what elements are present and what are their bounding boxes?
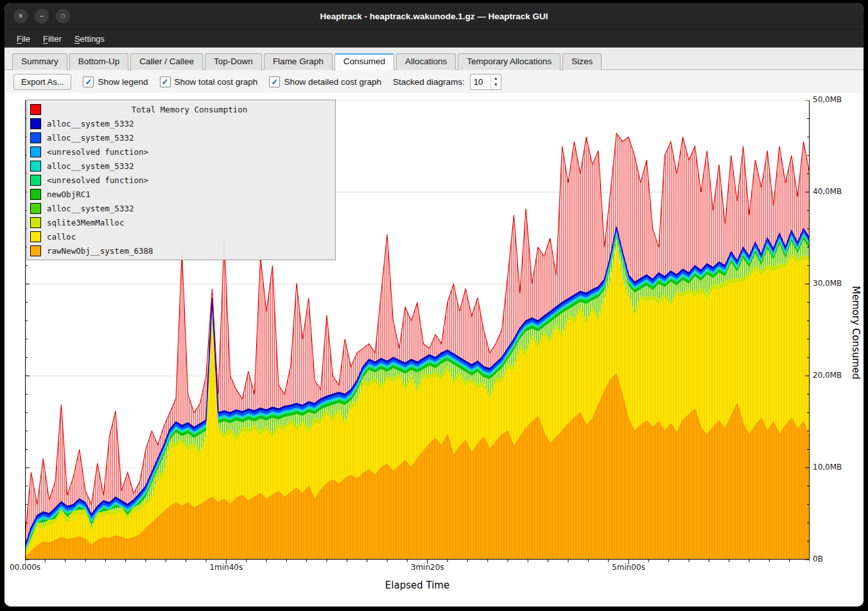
toolbar-checkboxes: ✓Show legend✓Show total cost graph✓Show … xyxy=(83,76,381,87)
legend-swatch xyxy=(30,203,41,214)
checkbox-box-icon[interactable]: ✓ xyxy=(160,76,171,87)
legend-entry: sqlite3MemMalloc xyxy=(30,215,332,229)
y-tick-label: 30,0MB xyxy=(813,279,842,288)
legend-entry-label: alloc__system_5332 xyxy=(47,204,134,213)
export-as-button[interactable]: Export As... xyxy=(13,74,71,90)
legend-entry-label: <unresolved function> xyxy=(47,175,148,185)
menubar: FileFilterSettings xyxy=(4,29,864,48)
tab-bottom-up[interactable]: Bottom-Up xyxy=(69,53,129,70)
maximize-icon: □ xyxy=(61,13,64,19)
x-axis-title: Elapsed Time xyxy=(25,580,810,591)
legend-swatch xyxy=(30,175,41,186)
chart-canvas: Total Memory Consumption alloc__system_5… xyxy=(4,93,864,607)
legend-entries: alloc__system_5332alloc__system_5332<unr… xyxy=(30,116,332,258)
y-tick-label: 40,0MB xyxy=(813,187,842,196)
y-tick-label: 20,0MB xyxy=(813,371,842,380)
legend-entry-label: <unresolved function> xyxy=(47,147,148,157)
legend-entry: rawNewObj__system_6388 xyxy=(30,244,332,258)
stacked-diagrams-spinbox[interactable]: ▲ ▼ xyxy=(470,74,501,90)
checkbox-box-icon[interactable]: ✓ xyxy=(83,76,94,87)
tab-allocations[interactable]: Allocations xyxy=(396,53,456,70)
legend-swatch xyxy=(30,118,41,129)
legend-entry-label: alloc__system_5332 xyxy=(47,161,134,171)
close-button[interactable]: × xyxy=(13,9,28,23)
legend-entry-label: newObjRC1 xyxy=(47,190,91,199)
legend-entry-label: rawNewObj__system_6388 xyxy=(47,246,153,256)
tab-caller-callee[interactable]: Caller / Callee xyxy=(130,53,203,70)
legend-entry: alloc__system_5332 xyxy=(30,159,332,173)
legend-swatch xyxy=(30,189,41,200)
tab-sizes[interactable]: Sizes xyxy=(562,53,602,70)
legend-swatch xyxy=(30,231,41,242)
maximize-button[interactable]: □ xyxy=(56,9,70,23)
spin-down-icon[interactable]: ▼ xyxy=(491,82,501,88)
checkbox-label: Show total cost graph xyxy=(175,77,258,87)
minimize-button[interactable]: − xyxy=(35,9,49,23)
legend-title-row: Total Memory Consumption xyxy=(30,102,332,116)
checkbox-show-total-cost-graph[interactable]: ✓Show total cost graph xyxy=(160,76,258,87)
checkbox-label: Show detailed cost graph xyxy=(284,77,381,87)
close-icon: × xyxy=(18,12,22,20)
stacked-diagrams-label: Stacked diagrams: xyxy=(393,77,465,87)
legend-swatch xyxy=(30,245,41,256)
tabbar: SummaryBottom-UpCaller / CalleeTop-DownF… xyxy=(4,48,864,70)
checkbox-show-detailed-cost-graph[interactable]: ✓Show detailed cost graph xyxy=(269,76,381,87)
checkbox-show-legend[interactable]: ✓Show legend xyxy=(83,76,148,87)
legend-title: Total Memory Consumption xyxy=(47,105,332,114)
tab-top-down[interactable]: Top-Down xyxy=(205,53,262,70)
checkbox-box-icon[interactable]: ✓ xyxy=(269,76,280,87)
titlebar[interactable]: × − □ Heaptrack - heaptrack.wakunode.1.g… xyxy=(4,3,864,29)
legend-entry-label: alloc__system_5332 xyxy=(47,133,134,143)
legend-entry-label: calloc xyxy=(47,232,76,242)
legend-entry: <unresolved function> xyxy=(30,173,332,187)
y-axis-title: Memory Consumed xyxy=(850,286,862,380)
menu-item-file[interactable]: File xyxy=(11,31,36,46)
checkbox-label: Show legend xyxy=(98,77,148,87)
stacked-diagrams-group: Stacked diagrams: ▲ ▼ xyxy=(393,74,501,90)
legend-swatch xyxy=(30,146,41,157)
menu-item-settings[interactable]: Settings xyxy=(69,31,110,46)
tab-consumed[interactable]: Consumed xyxy=(334,53,394,70)
stacked-diagrams-input[interactable] xyxy=(471,75,490,89)
legend-entry: <unresolved function> xyxy=(30,145,332,159)
screen: { "window": { "title": "Heaptrack - heap… xyxy=(0,0,868,611)
legend-entry: calloc xyxy=(30,229,332,244)
legend-swatch xyxy=(30,217,41,228)
spinbox-arrows: ▲ ▼ xyxy=(490,75,501,89)
window-controls: × − □ xyxy=(13,3,70,29)
legend-entry: alloc__system_5332 xyxy=(30,201,332,215)
minimize-icon: − xyxy=(39,12,44,20)
legend-entry: alloc__system_5332 xyxy=(30,116,332,130)
legend-entry: alloc__system_5332 xyxy=(30,130,332,145)
x-tick-label: 00.000s xyxy=(10,563,40,572)
app-window: × − □ Heaptrack - heaptrack.wakunode.1.g… xyxy=(4,3,864,607)
chart-legend: Total Memory Consumption alloc__system_5… xyxy=(26,100,336,260)
toolbar: Export As... ✓Show legend✓Show total cos… xyxy=(4,70,864,93)
x-tick-label: 5min00s xyxy=(612,563,645,572)
x-tick-label: 3min20s xyxy=(411,563,444,572)
legend-entry-label: alloc__system_5332 xyxy=(47,119,134,128)
spin-up-icon[interactable]: ▲ xyxy=(491,75,501,82)
x-tick-label: 1min40s xyxy=(209,563,243,572)
tab-temporary-allocations[interactable]: Temporary Allocations xyxy=(458,53,560,70)
y-tick-label: 50,0MB xyxy=(813,95,842,104)
y-tick-label: 10,0MB xyxy=(813,463,842,472)
tab-flame-graph[interactable]: Flame Graph xyxy=(264,53,333,70)
menu-item-filter[interactable]: Filter xyxy=(37,31,67,46)
window-title: Heaptrack - heaptrack.wakunode.1.gz — He… xyxy=(4,12,864,21)
legend-swatch xyxy=(30,132,41,143)
legend-title-swatch xyxy=(30,104,41,115)
legend-swatch xyxy=(30,161,41,172)
y-tick-label: 0B xyxy=(813,554,823,563)
tab-summary[interactable]: Summary xyxy=(12,53,67,70)
legend-entry: newObjRC1 xyxy=(30,187,332,201)
legend-entry-label: sqlite3MemMalloc xyxy=(47,218,124,227)
